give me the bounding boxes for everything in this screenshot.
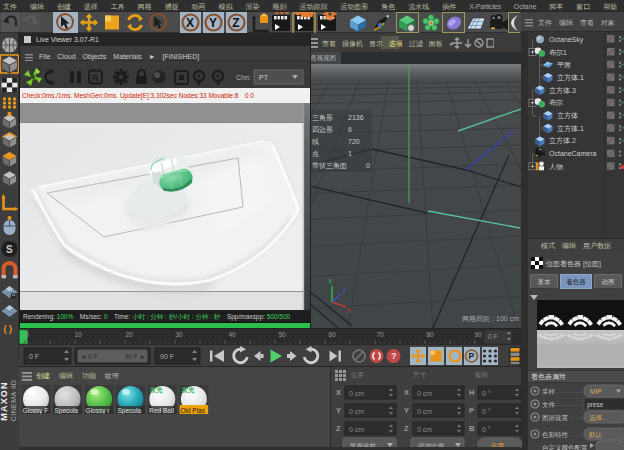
svg-text:S: S: [6, 244, 13, 255]
svg-text:Z: Z: [342, 287, 346, 294]
svg-text:90: 90: [474, 331, 482, 338]
svg-text:图层设置: 图层设置: [542, 414, 569, 421]
svg-text:90 F ►: 90 F ►: [125, 353, 146, 360]
svg-text:X: X: [186, 16, 194, 30]
svg-text:B: B: [469, 424, 475, 433]
svg-text:Y: Y: [404, 406, 409, 415]
svg-text:人物: 人物: [549, 163, 563, 171]
svg-text:旋转: 旋转: [475, 371, 489, 379]
svg-text:Old Plas: Old Plas: [180, 407, 205, 414]
svg-text:◄ 0 F: ◄ 0 F: [80, 353, 98, 360]
svg-text:PT: PT: [259, 74, 269, 81]
svg-text:20: 20: [125, 331, 133, 338]
svg-text:立方体.1: 立方体.1: [557, 73, 584, 82]
svg-text:三角形: 三角形: [312, 114, 333, 122]
svg-text:Y: Y: [336, 406, 341, 415]
svg-text:H: H: [469, 388, 474, 397]
svg-text:..........: ..........: [557, 400, 585, 407]
svg-text:线: 线: [312, 138, 319, 145]
svg-text:Red Ball: Red Ball: [149, 407, 174, 414]
svg-text:Specula: Specula: [55, 407, 79, 415]
svg-text:2136: 2136: [348, 114, 364, 121]
svg-text:布尔1: 布尔1: [549, 49, 567, 56]
svg-text:.....: .....: [570, 413, 584, 420]
svg-text:MIP: MIP: [590, 388, 602, 395]
svg-text:点: 点: [312, 150, 319, 158]
svg-text:..........: ..........: [557, 387, 585, 394]
svg-text:X: X: [336, 388, 341, 397]
svg-text:选择..: 选择..: [589, 414, 606, 422]
svg-text:0: 0: [366, 162, 370, 169]
svg-text:0 °: 0 °: [482, 426, 491, 433]
svg-text:10: 10: [74, 331, 82, 338]
svg-text:Chn:: Chn:: [236, 74, 251, 81]
svg-text:.....: .....: [570, 430, 584, 437]
svg-text:位置: 位置: [351, 371, 365, 378]
svg-text:?: ?: [391, 351, 397, 361]
svg-text:发光: 发光: [149, 386, 164, 394]
svg-text:80: 80: [426, 331, 434, 338]
svg-text:Y: Y: [209, 16, 217, 30]
svg-text:尺寸: 尺寸: [413, 371, 427, 378]
svg-text:色彩特性: 色彩特性: [542, 431, 569, 439]
svg-text:0 °: 0 °: [482, 408, 491, 415]
svg-text:60: 60: [328, 331, 336, 338]
svg-text:OctaneSky: OctaneSky: [549, 36, 584, 44]
svg-text:( ): ( ): [4, 324, 13, 334]
svg-text:X: X: [404, 388, 409, 397]
svg-text:50: 50: [278, 331, 286, 338]
svg-text:0 °: 0 °: [482, 390, 491, 397]
svg-text:立方体.2: 立方体.2: [549, 136, 576, 145]
svg-text:30: 30: [175, 331, 183, 338]
svg-text:prese: prese: [587, 401, 604, 409]
svg-text:Z: Z: [232, 16, 239, 30]
svg-text:0 F: 0 F: [488, 333, 497, 340]
svg-text:70: 70: [376, 331, 384, 338]
svg-text:0: 0: [25, 331, 29, 338]
svg-text:平面: 平面: [557, 61, 571, 69]
svg-text:P: P: [469, 351, 475, 361]
svg-text:0 F: 0 F: [29, 353, 39, 360]
svg-text:布尔: 布尔: [549, 99, 563, 106]
svg-text:Z: Z: [336, 424, 341, 433]
svg-text:6: 6: [348, 126, 352, 133]
svg-text:立方体.3: 立方体.3: [549, 86, 576, 95]
svg-text:采样: 采样: [542, 388, 556, 395]
svg-text:Y: Y: [328, 278, 333, 285]
svg-text:网格间距 : 100 cm: 网格间距 : 100 cm: [462, 315, 519, 323]
svg-text:Specula: Specula: [118, 407, 142, 415]
svg-text:90 F: 90 F: [160, 353, 174, 360]
svg-text:R: R: [92, 73, 99, 83]
svg-text:立方体.1: 立方体.1: [557, 124, 584, 133]
svg-text:文件: 文件: [542, 401, 556, 408]
svg-text:默认: 默认: [588, 431, 603, 439]
svg-text:带状三角图: 带状三角图: [312, 162, 347, 170]
svg-text:P: P: [469, 406, 474, 415]
svg-text:四边形: 四边形: [312, 126, 333, 134]
svg-text:Z: Z: [404, 424, 409, 433]
svg-text:OctaneCamera: OctaneCamera: [549, 150, 597, 157]
svg-text:1: 1: [348, 150, 352, 157]
svg-text:40: 40: [228, 331, 236, 338]
svg-text:自定义颜色配置: 自定义颜色配置: [542, 444, 588, 450]
svg-text:Glossy r: Glossy r: [86, 407, 111, 415]
svg-text:立方体: 立方体: [557, 111, 578, 120]
svg-text:X: X: [347, 307, 352, 314]
svg-text:720: 720: [348, 138, 360, 145]
svg-text:Glossy F: Glossy F: [23, 407, 49, 415]
svg-text:发光: 发光: [180, 386, 195, 394]
